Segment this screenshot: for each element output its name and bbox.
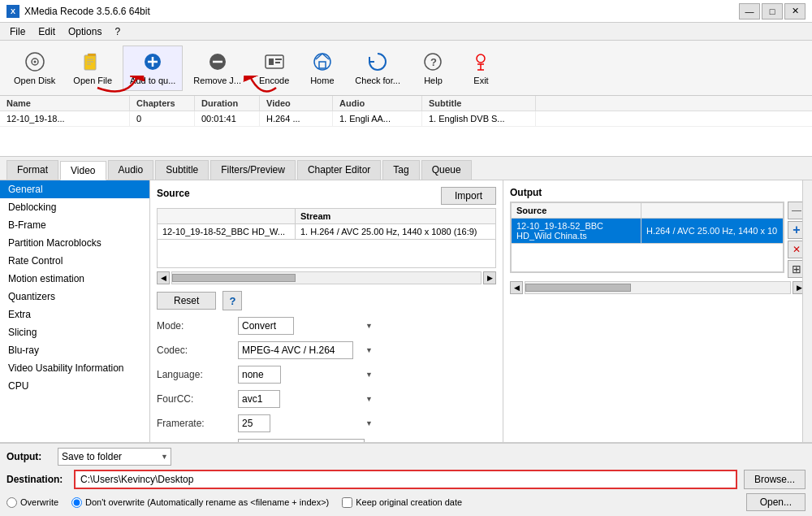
exit-button[interactable]: Exit [459, 46, 503, 91]
radio-row: Overwrite Don't overwrite (Automatically… [6, 493, 806, 511]
window-controls: — □ ✕ [739, 3, 806, 20]
open-disk-label: Open Disk [14, 76, 55, 85]
radio-dont-overwrite-input[interactable] [71, 497, 82, 508]
svg-point-23 [477, 54, 485, 63]
svg-rect-13 [266, 55, 283, 68]
open-disk-button[interactable]: Open Disk [6, 46, 63, 91]
encode-label: Encode [259, 76, 289, 85]
tab-subtitle[interactable]: Subtitle [155, 160, 209, 180]
sidebar-item-vui[interactable]: Video Usability Information [0, 359, 149, 377]
check-updates-icon [366, 50, 389, 73]
scroll-left-arrow[interactable]: ◀ [157, 271, 170, 284]
maximize-button[interactable]: □ [762, 3, 783, 20]
h-scrollbar-source: ◀ ▶ [157, 271, 496, 284]
stream-row[interactable]: 12-10_19-18-52_BBC HD_W... 1. H.264 / AV… [158, 224, 496, 240]
menu-edit[interactable]: Edit [32, 24, 62, 39]
help-button[interactable]: ? Help [411, 46, 456, 91]
language-select[interactable]: none [238, 366, 281, 384]
mode-select-wrapper: Convert [238, 317, 376, 335]
browse-button[interactable]: Browse... [744, 470, 806, 489]
file-list-row[interactable]: 12-10_19-18... 0 00:01:41 H.264 ... 1. E… [0, 111, 812, 127]
radio-keep-date[interactable]: Keep original creation date [342, 497, 462, 508]
open-button[interactable]: Open... [746, 493, 806, 511]
output-scroll-left[interactable]: ◀ [510, 281, 523, 294]
svg-rect-3 [84, 55, 96, 70]
colormode-select-wrapper: YUV 4:2:0 Planar 12bpp [238, 439, 376, 442]
tab-chapter-editor[interactable]: Chapter Editor [297, 160, 381, 180]
app-icon: X [6, 5, 19, 18]
menu-file[interactable]: File [3, 24, 32, 39]
menu-options[interactable]: Options [62, 24, 108, 39]
h-scrollbar-output: ◀ ▶ [510, 281, 806, 294]
sidebar-item-general[interactable]: General [0, 180, 149, 198]
add-to-queue-button[interactable]: Add to qu... [123, 46, 183, 91]
scroll-right-arrow[interactable]: ▶ [483, 271, 496, 284]
fourcc-select[interactable]: avc1 [238, 390, 280, 408]
check-updates-button[interactable]: Check for... [348, 46, 408, 91]
codec-select[interactable]: MPEG-4 AVC / H.264 [238, 341, 353, 359]
encode-icon [263, 50, 286, 73]
svg-rect-20 [319, 62, 326, 68]
destination-label: Destination: [6, 474, 67, 485]
sidebar-item-deblocking[interactable]: Deblocking [0, 198, 149, 216]
minimize-button[interactable]: — [739, 3, 760, 20]
sidebar-item-partition[interactable]: Partition Macroblocks [0, 234, 149, 252]
vertical-scroll[interactable] [802, 180, 812, 442]
reset-row: Reset ? [157, 291, 496, 310]
mode-select[interactable]: Convert [238, 317, 294, 335]
tab-video[interactable]: Video [60, 161, 106, 180]
menu-help[interactable]: ? [108, 24, 127, 39]
sidebar-item-bluray[interactable]: Blu-ray [0, 341, 149, 359]
keep-date-checkbox[interactable] [342, 497, 352, 508]
sidebar-item-bframe[interactable]: B-Frame [0, 216, 149, 234]
framerate-select-wrapper: 25 [238, 414, 376, 432]
remove-button[interactable]: Remove J... [186, 46, 248, 91]
tab-format[interactable]: Format [6, 160, 58, 180]
fourcc-select-wrapper: avc1 [238, 390, 376, 408]
radio-overwrite[interactable]: Overwrite [6, 497, 58, 508]
sidebar-item-extra[interactable]: Extra [0, 306, 149, 323]
radio-overwrite-input[interactable] [6, 497, 17, 508]
right-panel: Output Source 12-10_19-18-52_BBC HD_Wild [503, 180, 812, 442]
tab-tag[interactable]: Tag [382, 160, 419, 180]
close-button[interactable]: ✕ [784, 3, 806, 20]
framerate-select[interactable]: 25 [238, 414, 270, 432]
import-button[interactable]: Import [441, 187, 496, 205]
sidebar: General Deblocking B-Frame Partition Mac… [0, 180, 150, 442]
output-scroll-track[interactable] [525, 281, 791, 294]
keep-date-label: Keep original creation date [356, 497, 462, 507]
cell-chapters: 0 [130, 111, 195, 126]
sidebar-item-quantizers[interactable]: Quantizers [0, 288, 149, 306]
sidebar-item-cpu[interactable]: CPU [0, 377, 149, 395]
encode-button[interactable]: Encode [252, 46, 296, 91]
svg-text:?: ? [430, 56, 437, 68]
tab-queue[interactable]: Queue [421, 160, 472, 180]
h-scroll-track[interactable] [171, 271, 482, 284]
radio-dont-overwrite[interactable]: Don't overwrite (Automatically rename as… [71, 497, 329, 508]
reset-button[interactable]: Reset [157, 292, 216, 310]
home-label: Home [310, 76, 334, 85]
destination-input[interactable] [74, 470, 737, 489]
stream-table: Stream 12-10_19-18-52_BBC HD_W... 1. H.2… [157, 208, 496, 268]
output-col-source: Source [512, 203, 641, 219]
form-row-language: Language: none [157, 366, 496, 384]
radio-dont-overwrite-label: Don't overwrite (Automatically rename as… [85, 497, 329, 507]
tab-bar: Format Video Audio Subtitle Filters/Prev… [0, 157, 812, 180]
output-type-select[interactable]: Save to folder [58, 448, 171, 466]
home-button[interactable]: Home [300, 46, 344, 91]
output-row-selected[interactable]: 12-10_19-18-52_BBC HD_Wild China.ts H.26… [512, 219, 784, 244]
tab-audio[interactable]: Audio [108, 160, 154, 180]
colormode-select[interactable]: YUV 4:2:0 Planar 12bpp [238, 439, 365, 442]
sidebar-item-motion-estimation[interactable]: Motion estimation [0, 270, 149, 288]
fourcc-label: FourCC: [157, 393, 238, 405]
output-type-label: Output: [6, 451, 51, 462]
open-file-button[interactable]: Open File [66, 46, 119, 91]
col-duration: Duration [195, 96, 260, 111]
tab-filters-preview[interactable]: Filters/Preview [210, 160, 296, 180]
col-video: Video [260, 96, 333, 111]
open-disk-icon [24, 50, 46, 73]
sidebar-item-slicing[interactable]: Slicing [0, 323, 149, 341]
help-context-button[interactable]: ? [222, 291, 242, 310]
sidebar-item-rate-control[interactable]: Rate Control [0, 252, 149, 270]
svg-rect-16 [275, 62, 280, 63]
